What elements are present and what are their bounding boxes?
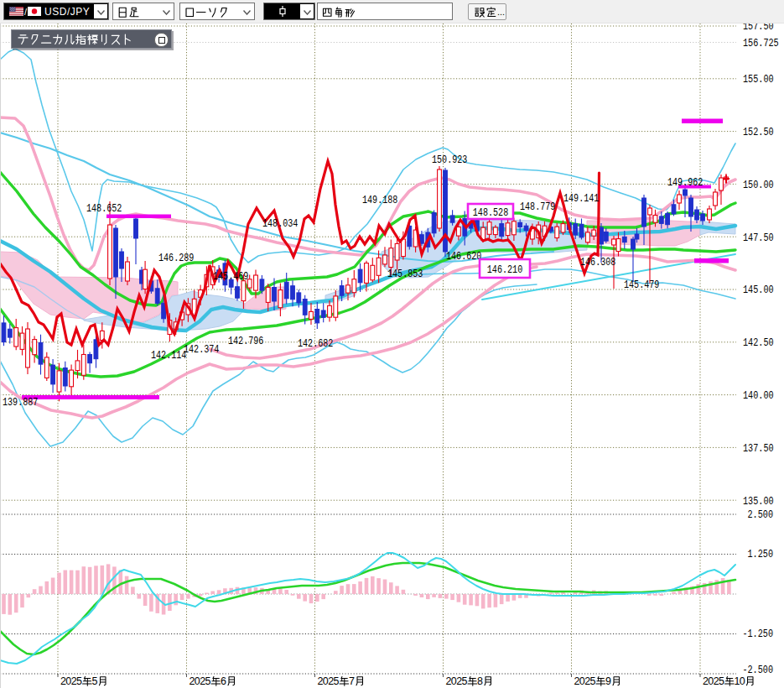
svg-text:-1.250: -1.250 <box>742 628 773 640</box>
svg-text:2025: 2025 <box>318 675 340 687</box>
svg-text:142.682: 142.682 <box>298 337 333 350</box>
svg-text:148.779: 148.779 <box>520 201 555 213</box>
svg-text:145.479: 145.479 <box>624 279 659 291</box>
svg-text:...: ... <box>497 7 505 17</box>
svg-text:149.962: 149.962 <box>667 176 703 189</box>
svg-text:140.00: 140.00 <box>743 390 774 402</box>
svg-text:2025: 2025 <box>60 675 82 687</box>
svg-text:139.887: 139.887 <box>3 396 38 409</box>
svg-text:2025: 2025 <box>446 675 468 687</box>
svg-text:137.50: 137.50 <box>743 443 774 455</box>
svg-text:1.250: 1.250 <box>748 549 774 560</box>
svg-text:146.620: 146.620 <box>446 250 481 263</box>
svg-text:146.289: 146.289 <box>158 252 194 264</box>
svg-text:146.308: 146.308 <box>580 256 615 268</box>
svg-text:150.923: 150.923 <box>432 154 467 166</box>
svg-text:148.652: 148.652 <box>86 202 122 215</box>
svg-text:145.853: 145.853 <box>387 268 423 280</box>
svg-text:147.50: 147.50 <box>743 232 774 244</box>
svg-text:5: 5 <box>92 675 98 687</box>
svg-text:148.528: 148.528 <box>473 206 508 219</box>
svg-text:2.500: 2.500 <box>748 509 774 521</box>
svg-text:2025: 2025 <box>703 675 724 687</box>
svg-text:142.114: 142.114 <box>151 349 187 362</box>
svg-text:145.00: 145.00 <box>743 284 774 296</box>
svg-text:9: 9 <box>605 675 611 687</box>
svg-text:145.469: 145.469 <box>213 270 248 283</box>
svg-text:156.725: 156.725 <box>743 38 779 50</box>
svg-text:2025: 2025 <box>574 675 596 687</box>
svg-text:135.00: 135.00 <box>743 496 774 508</box>
svg-text:142.374: 142.374 <box>184 343 220 356</box>
svg-text:2025: 2025 <box>190 675 211 687</box>
svg-text:150.00: 150.00 <box>743 180 774 191</box>
svg-text:155.00: 155.00 <box>743 74 774 86</box>
svg-text:149.188: 149.188 <box>362 194 397 206</box>
svg-text:148.034: 148.034 <box>262 217 299 230</box>
svg-text:146.210: 146.210 <box>487 263 522 276</box>
svg-text:142.50: 142.50 <box>743 337 774 349</box>
svg-text:6: 6 <box>221 675 226 687</box>
svg-text:142.796: 142.796 <box>228 335 263 347</box>
svg-text:8: 8 <box>477 675 483 687</box>
svg-text:7: 7 <box>349 675 355 687</box>
svg-text:152.50: 152.50 <box>743 127 774 138</box>
svg-text:10: 10 <box>735 675 745 687</box>
svg-text:149.141: 149.141 <box>563 192 600 205</box>
svg-text:-2.500: -2.500 <box>742 665 773 676</box>
